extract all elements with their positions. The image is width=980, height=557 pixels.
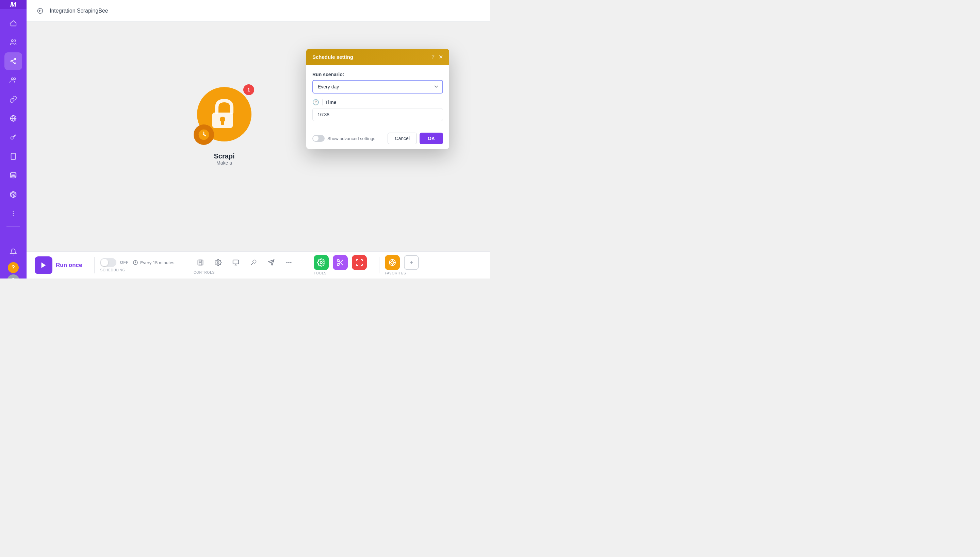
controls-save-button[interactable] [194,256,207,269]
toolbar-divider-2 [188,257,188,274]
sidebar-bell[interactable] [5,243,22,261]
tools-red-button[interactable] [352,255,367,270]
schedule-frequency: Every 15 minutes. [133,260,176,265]
svg-point-9 [11,137,13,139]
time-clock-icon: 🕐 [312,99,319,106]
sidebar-item-home[interactable] [5,14,22,32]
modal-help-button[interactable]: ? [431,54,434,60]
save-icon [197,259,204,266]
toolbar-divider-1 [94,257,95,274]
run-once-icon [35,256,52,274]
controls-screen-button[interactable] [229,256,243,269]
time-section-label: 🕐 Time [312,99,443,106]
modal-body: Run scenario: Every day Every hour Every… [306,65,449,128]
controls-label: CONTROLS [194,271,215,274]
more-horiz-icon [286,259,292,266]
cube-icon [10,191,17,198]
bell-icon [10,248,17,256]
controls-settings-button[interactable] [211,256,225,269]
globe-icon [10,115,17,122]
svg-rect-32 [233,260,239,264]
label-separator [322,99,323,106]
modal-header-actions: ? ✕ [431,54,443,60]
favorites-add-button[interactable]: + [404,255,419,270]
svg-marker-27 [41,262,46,268]
svg-point-3 [15,63,16,64]
schedule-clock-icon [133,260,138,265]
advanced-settings-label: Show advanced settings [327,136,375,141]
svg-point-16 [13,215,14,216]
back-button[interactable] [35,5,46,16]
run-once-button[interactable]: Run once [35,256,82,274]
svg-point-2 [11,60,12,62]
svg-point-14 [13,211,14,212]
sidebar-item-globe[interactable] [5,109,22,127]
tools-purple-button[interactable] [333,255,348,270]
header: Integration ScrapingBee [26,0,490,22]
sidebar-logo[interactable]: M [0,0,26,9]
tools-brackets-icon [355,259,363,267]
run-once-section: Run once [35,256,89,274]
sidebar-item-share[interactable] [5,52,22,70]
scheduling-section: OFF Every 15 minutes. SCHEDULING [100,258,182,272]
sidebar-avatar[interactable] [7,274,20,278]
toolbar-divider-3 [308,257,308,274]
svg-point-47 [391,261,394,264]
schedule-toggle-label: OFF [120,260,129,265]
time-input[interactable] [312,108,443,121]
sidebar-item-groups[interactable] [5,72,22,89]
modal-close-button[interactable]: ✕ [439,54,443,60]
svg-point-40 [320,262,322,264]
magic-icon [250,259,257,266]
groups-icon [10,77,17,84]
sidebar-item-more[interactable] [5,205,22,222]
schedule-toggle-switch[interactable] [100,258,116,267]
sidebar-item-links[interactable] [5,90,22,108]
svg-point-17 [12,278,15,278]
toolbar: Run once OFF Every 15 minutes. SCHEDULIN [26,251,490,278]
svg-point-6 [11,78,14,80]
svg-point-37 [286,262,287,263]
send-icon [268,259,274,266]
run-scenario-select[interactable]: Every day Every hour Every week Every mo… [312,80,443,93]
run-once-label: Run once [56,262,82,269]
sidebar-item-key[interactable] [5,129,22,146]
users-icon [10,38,17,46]
advanced-settings-toggle[interactable] [312,135,325,142]
schedule-toggle-group: OFF [100,258,129,267]
tools-green-button[interactable] [314,255,329,270]
sidebar-item-team[interactable] [5,33,22,51]
modal-title: Schedule setting [312,54,353,60]
controls-more-button[interactable] [282,256,296,269]
favorites-yellow-button[interactable] [385,255,400,270]
tools-section: TOOLS [314,255,374,275]
schedule-setting-modal: Schedule setting ? ✕ Run scenario: Every… [306,49,449,149]
controls-magic-button[interactable] [247,256,260,269]
ok-button[interactable]: OK [420,133,443,144]
svg-rect-30 [199,260,202,262]
avatar-icon [10,277,17,278]
controls-send-button[interactable] [265,256,278,269]
sidebar-divider-1 [7,226,20,227]
controls-section: CONTROLS [194,256,302,274]
favorites-section: + FAVORITES [385,255,426,275]
links-icon [10,96,17,103]
key-icon [10,134,17,141]
sidebar-help[interactable]: ? [8,262,19,273]
sidebar-item-cube[interactable] [5,186,22,204]
play-icon [40,262,47,269]
svg-point-7 [14,78,15,80]
sidebar-item-mobile[interactable] [5,148,22,165]
back-arrow-icon [37,8,44,14]
screen-icon [232,259,239,266]
sidebar: M [0,0,26,278]
content-area: 1 Scrapi Make a Schedule setting ? ✕ [26,22,490,251]
svg-point-31 [217,262,219,264]
modal-footer: Show advanced settings Cancel OK [306,128,449,149]
mobile-icon [10,153,17,160]
main-content: Integration ScrapingBee [26,0,490,278]
sidebar-item-database[interactable] [5,167,22,184]
cancel-button[interactable]: Cancel [387,133,417,144]
tools-gear-icon [317,259,325,267]
page-title: Integration ScrapingBee [50,8,108,14]
